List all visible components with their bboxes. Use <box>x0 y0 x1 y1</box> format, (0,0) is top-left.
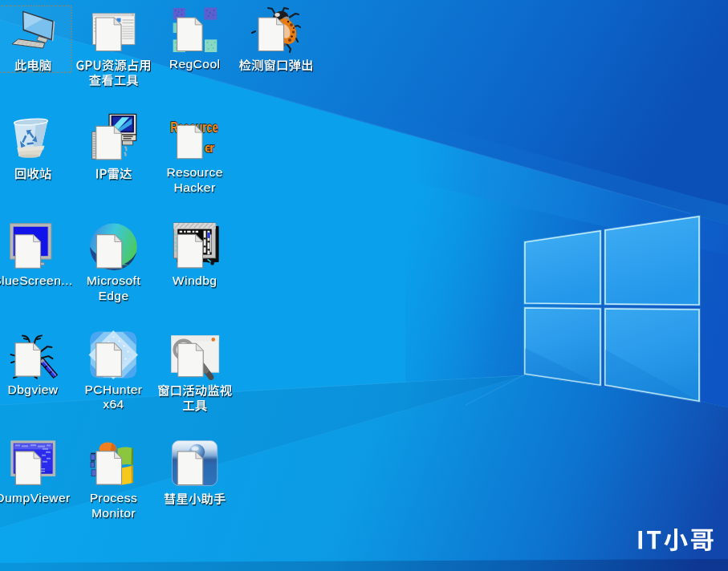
svg-text:Microsoft: Microsoft <box>87 273 141 287</box>
svg-text:Monitor: Monitor <box>92 506 136 520</box>
svg-text:Hacker: Hacker <box>174 180 216 194</box>
svg-text:DumpViewer: DumpViewer <box>0 491 71 504</box>
svg-text:Edge: Edge <box>98 289 128 302</box>
svg-text:RegCool: RegCool <box>169 57 221 71</box>
svg-text:Process: Process <box>90 491 138 504</box>
svg-text:Dbgview: Dbgview <box>8 383 59 396</box>
svg-text:PCHunter: PCHunter <box>84 383 142 396</box>
svg-text:x64: x64 <box>103 397 124 411</box>
svg-text:BlueScreen...: BlueScreen... <box>0 273 73 287</box>
svg-text:Windbg: Windbg <box>173 273 218 287</box>
svg-text:er: er <box>205 141 214 155</box>
svg-text:Resource: Resource <box>166 165 222 179</box>
